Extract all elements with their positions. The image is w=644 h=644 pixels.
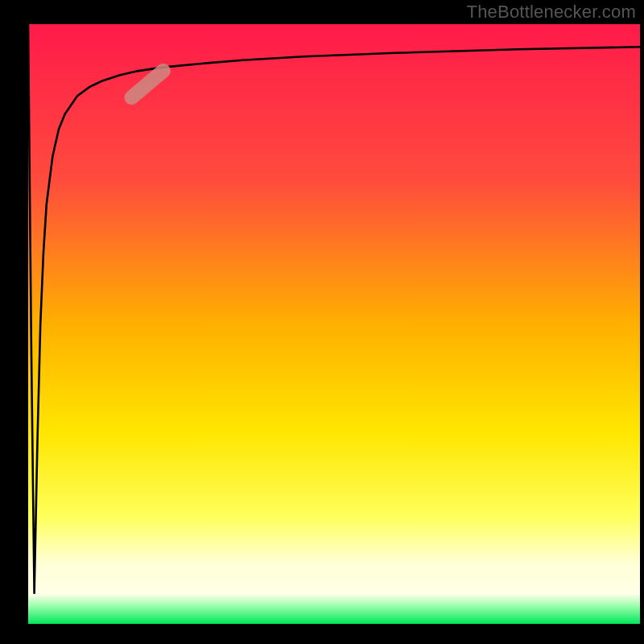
chart-svg bbox=[28, 24, 640, 624]
gradient-background bbox=[28, 24, 640, 624]
plot-area bbox=[28, 24, 640, 624]
attribution-label: TheBottlenecker.com bbox=[467, 2, 636, 23]
chart-frame: TheBottlenecker.com bbox=[0, 0, 644, 644]
